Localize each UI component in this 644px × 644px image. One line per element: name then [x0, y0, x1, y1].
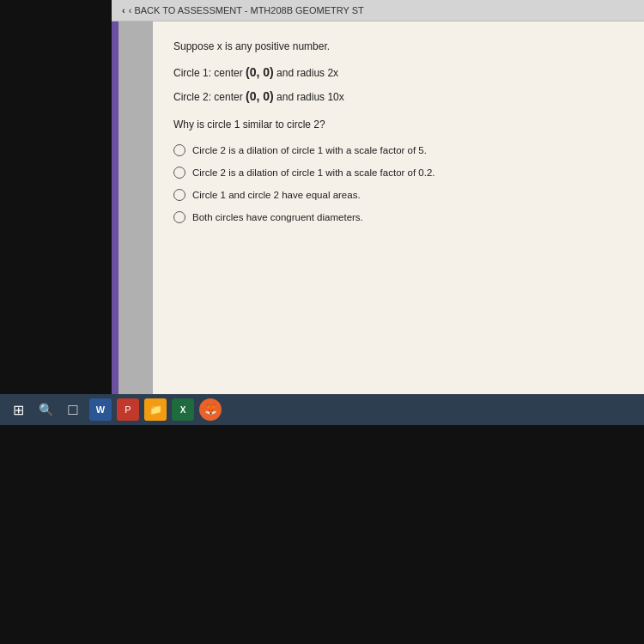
circle1-prefix: Circle 1: center — [173, 67, 246, 79]
option-4-label: Both circles have congruent diameters. — [192, 212, 363, 222]
circle1-center: (0, 0) — [246, 65, 274, 79]
option-2-label: Circle 2 is a dilation of circle 1 with … — [192, 167, 435, 178]
option-1-label: Circle 2 is a dilation of circle 1 with … — [192, 145, 427, 155]
taskbar: ⊞ 🔍 □ W P 📁 X 🦊 — [0, 394, 644, 425]
radio-2[interactable] — [173, 167, 185, 179]
radio-1[interactable] — [173, 144, 185, 156]
screen: ‹ ‹ BACK TO ASSESSMENT - MTH208B GEOMETR… — [112, 0, 644, 421]
main-content: Suppose x is any positive number. Circle… — [153, 21, 644, 418]
question-text: Why is circle 1 similar to circle 2? — [173, 118, 623, 131]
option-1[interactable]: Circle 2 is a dilation of circle 1 with … — [173, 144, 623, 156]
content-area: Suppose x is any positive number. Circle… — [112, 21, 644, 418]
circle2-info: Circle 2: center (0, 0) and radius 10x — [173, 87, 623, 106]
option-4[interactable]: Both circles have congruent diameters. — [173, 211, 623, 223]
circle2-suffix: and radius 10x — [274, 91, 344, 103]
windows-start-button[interactable]: ⊞ — [7, 398, 29, 421]
circle1-suffix: and radius 2x — [274, 67, 338, 79]
option-3[interactable]: Circle 1 and circle 2 have equal areas. — [173, 189, 623, 201]
back-arrow-icon: ‹ — [122, 5, 125, 15]
option-2[interactable]: Circle 2 is a dilation of circle 1 with … — [173, 167, 623, 179]
browser-icon[interactable]: 🦊 — [199, 398, 222, 421]
circle1-info: Circle 1: center (0, 0) and radius 2x — [173, 63, 623, 82]
intro-text: Suppose x is any positive number. — [173, 39, 623, 54]
task-view-icon[interactable]: □ — [62, 398, 84, 421]
word-icon[interactable]: W — [89, 398, 112, 421]
option-3-label: Circle 1 and circle 2 have equal areas. — [192, 190, 361, 200]
keyboard-area — [0, 425, 644, 644]
circle2-center: (0, 0) — [246, 89, 274, 103]
excel-icon[interactable]: X — [172, 398, 194, 421]
search-icon[interactable]: 🔍 — [34, 398, 57, 421]
folder-icon[interactable]: 📁 — [144, 398, 167, 421]
radio-3[interactable] — [173, 189, 185, 201]
radio-4[interactable] — [173, 211, 185, 223]
sidebar — [118, 21, 153, 418]
powerpoint-icon[interactable]: P — [117, 398, 139, 421]
nav-title[interactable]: ‹ BACK TO ASSESSMENT - MTH208B GEOMETRY … — [129, 5, 364, 15]
left-accent-bar — [112, 21, 118, 418]
circle2-prefix: Circle 2: center — [173, 91, 246, 103]
nav-bar: ‹ ‹ BACK TO ASSESSMENT - MTH208B GEOMETR… — [112, 0, 644, 21]
